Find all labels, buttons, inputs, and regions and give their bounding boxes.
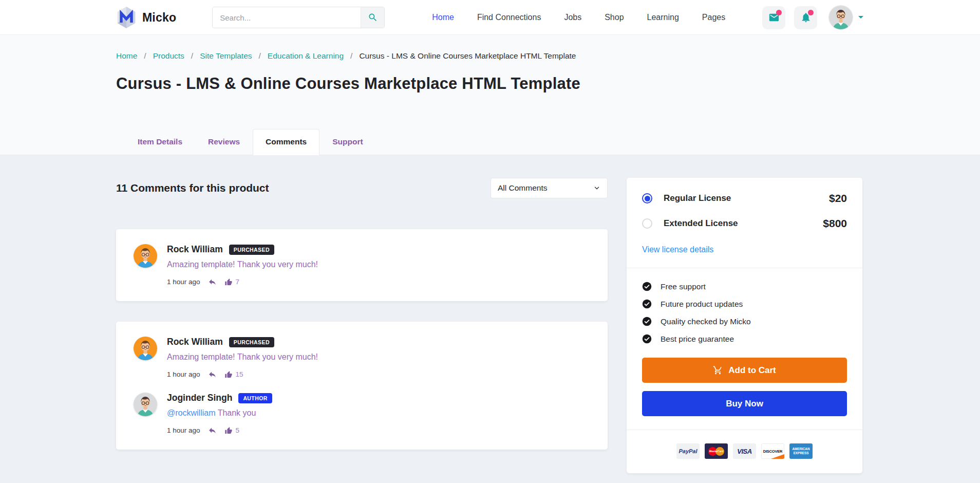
feature-item: Future product updates: [642, 299, 847, 309]
radio-extended-license[interactable]: [642, 218, 652, 229]
product-tabs: Item Details Reviews Comments Support: [116, 129, 864, 155]
thumbs-up-icon: [224, 370, 233, 379]
chevron-down-icon: [858, 15, 864, 20]
mention-link[interactable]: @rockwilliam: [167, 408, 215, 417]
view-license-details-link[interactable]: View license details: [642, 245, 713, 254]
page-title: Cursus - LMS & Online Courses Marketplac…: [116, 75, 864, 93]
comments-filter-value: All Comments: [498, 183, 547, 193]
breadcrumb: Home / Products / Site Templates / Educa…: [116, 35, 864, 61]
feature-item: Free support: [642, 282, 847, 291]
comment-meta: 1 hour ago 7: [167, 277, 318, 286]
mastercard-label: MasterCard: [709, 450, 724, 453]
comment-reply: Joginder Singh AUTHOR @rockwilliam Thank…: [134, 393, 590, 435]
feature-label: Free support: [661, 282, 706, 291]
comments-header: 11 Comments for this product All Comment…: [116, 178, 608, 198]
tab-reviews[interactable]: Reviews: [195, 129, 253, 155]
buy-now-button[interactable]: Buy Now: [642, 391, 847, 416]
comment: Rock William PURCHASED Amazing template!…: [134, 244, 590, 286]
brand-name: Micko: [142, 11, 176, 25]
messages-button[interactable]: [762, 6, 785, 29]
license-name: Regular License: [664, 193, 829, 203]
user-avatar: [829, 6, 853, 29]
page-head: Home / Products / Site Templates / Educa…: [0, 35, 980, 155]
paypal-icon: PayPal: [676, 443, 700, 459]
radio-regular-license[interactable]: [642, 193, 652, 203]
add-to-cart-label: Add to Cart: [728, 365, 776, 376]
like-button[interactable]: 7: [224, 278, 240, 286]
check-circle-icon: [642, 282, 652, 291]
purchased-badge: PURCHASED: [229, 337, 274, 347]
cart-icon: [713, 365, 723, 375]
search-button[interactable]: [361, 7, 384, 28]
purchased-badge: PURCHASED: [229, 245, 274, 255]
commenter-name: Rock William: [167, 244, 223, 255]
search-input[interactable]: [213, 7, 361, 28]
like-button[interactable]: 5: [224, 426, 240, 435]
like-count: 15: [236, 370, 243, 378]
commenter-avatar: [134, 244, 157, 268]
comment-text: @rockwilliam Thank you: [167, 408, 272, 418]
commenter-name: Joginder Singh: [167, 393, 232, 403]
license-option-regular[interactable]: Regular License $20: [642, 192, 847, 205]
check-circle-icon: [642, 317, 652, 326]
nav-item-find-connections[interactable]: Find Connections: [477, 13, 541, 22]
comment-meta: 1 hour ago 15: [167, 370, 318, 379]
notifications-dot: [808, 10, 814, 15]
feature-item: Quality checked by Micko: [642, 317, 847, 326]
reply-button[interactable]: [208, 370, 217, 379]
comments-column: 11 Comments for this product All Comment…: [116, 178, 608, 470]
breadcrumb-current: Cursus - LMS & Online Courses Marketplac…: [359, 51, 576, 61]
breadcrumb-separator: /: [191, 51, 193, 61]
thumbs-up-icon: [224, 278, 233, 286]
tab-item-details[interactable]: Item Details: [125, 129, 195, 155]
commenter-avatar: [134, 337, 157, 360]
author-avatar: [134, 393, 157, 416]
comment-time: 1 hour ago: [167, 278, 200, 286]
header-actions: [762, 6, 864, 29]
author-badge: AUTHOR: [238, 393, 272, 403]
select-chevron-icon: [593, 184, 600, 192]
user-menu[interactable]: [829, 6, 864, 29]
breadcrumb-site-templates[interactable]: Site Templates: [200, 51, 252, 61]
search-bar: [212, 7, 385, 28]
tab-comments[interactable]: Comments: [253, 129, 319, 155]
license-option-extended[interactable]: Extended License $800: [642, 217, 847, 230]
like-count: 7: [236, 278, 240, 286]
license-name: Extended License: [664, 218, 823, 229]
license-price: $800: [823, 217, 847, 230]
comments-filter-select[interactable]: All Comments: [491, 178, 608, 198]
divider: [627, 268, 862, 268]
payment-methods: PayPal MasterCard VISA Discover American…: [642, 443, 847, 459]
like-button[interactable]: 15: [224, 370, 243, 379]
comment-text: Amazing template! Thank you very much!: [167, 260, 318, 269]
nav-item-pages[interactable]: Pages: [702, 13, 725, 22]
tab-support[interactable]: Support: [319, 129, 375, 155]
add-to-cart-button[interactable]: Add to Cart: [642, 358, 847, 383]
notifications-button[interactable]: [794, 6, 817, 29]
check-circle-icon: [642, 299, 652, 309]
feature-label: Best price guarantee: [661, 335, 734, 344]
nav-item-learning[interactable]: Learning: [647, 13, 679, 22]
breadcrumb-products[interactable]: Products: [153, 51, 184, 61]
reply-button[interactable]: [208, 277, 217, 286]
nav-item-shop[interactable]: Shop: [605, 13, 624, 22]
purchase-panel: Regular License $20 Extended License $80…: [627, 178, 862, 473]
reply-text: Thank you: [218, 408, 256, 417]
license-price: $20: [829, 192, 847, 205]
buy-now-label: Buy Now: [726, 399, 763, 409]
top-navbar: Micko Home Find Connections Jobs Shop Le…: [0, 0, 980, 35]
feature-item: Best price guarantee: [642, 334, 847, 344]
feature-label: Future product updates: [661, 300, 743, 309]
brand-logo[interactable]: Micko: [116, 6, 176, 29]
feature-label: Quality checked by Micko: [661, 317, 751, 326]
comment: Rock William PURCHASED Amazing template!…: [134, 337, 590, 379]
nav-item-home[interactable]: Home: [432, 13, 454, 22]
mastercard-icon: MasterCard: [705, 443, 728, 459]
breadcrumb-home[interactable]: Home: [116, 51, 137, 61]
like-count: 5: [236, 426, 240, 434]
comments-heading: 11 Comments for this product: [116, 182, 269, 194]
reply-button[interactable]: [208, 426, 217, 435]
breadcrumb-education-learning[interactable]: Education & Learning: [268, 51, 344, 61]
nav-item-jobs[interactable]: Jobs: [564, 13, 581, 22]
messages-notification-dot: [776, 10, 782, 15]
